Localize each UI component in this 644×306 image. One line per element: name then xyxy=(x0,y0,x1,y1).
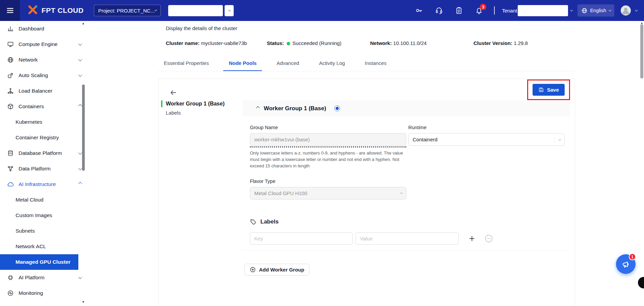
sidebar-item-load-balancer[interactable]: Load Balancer xyxy=(0,83,86,99)
chevron-down-icon xyxy=(78,275,82,279)
globe-icon xyxy=(7,56,14,64)
api-key-button[interactable] xyxy=(415,6,423,15)
add-worker-group-button[interactable]: Add Worker Group xyxy=(244,264,309,276)
hamburger-menu-icon[interactable] xyxy=(0,0,20,21)
group-name-label: Group Name xyxy=(250,125,406,130)
cluster-network: Network: 10.100.11.0/24 xyxy=(370,40,473,46)
worker-group-radio[interactable] xyxy=(334,105,340,111)
sidebar-item-dashboard[interactable]: Dashboard xyxy=(0,21,86,37)
main-scrollbar[interactable] xyxy=(640,24,643,78)
fab-badge: 1 xyxy=(629,253,636,260)
logo-text: FPT CLOUD xyxy=(42,6,84,15)
main-content: Display the details of the cluster Clust… xyxy=(86,21,644,306)
database-icon xyxy=(7,149,14,157)
worker-group-nav-item[interactable]: Worker Group 1 (Base) xyxy=(161,100,242,107)
chevron-down-icon[interactable] xyxy=(570,8,573,11)
tab-node-pools[interactable]: Node Pools xyxy=(223,56,262,71)
support-button[interactable] xyxy=(435,6,443,15)
data-nodes-icon xyxy=(7,165,14,172)
announcements-fab[interactable]: 1 xyxy=(616,254,636,274)
clipboard-button[interactable] xyxy=(455,6,463,15)
disabled-dotted-underline xyxy=(250,146,406,147)
sidebar-item-custom-images[interactable]: Custom Images xyxy=(0,208,86,223)
plus-icon xyxy=(468,235,475,242)
navbar-search-input[interactable] xyxy=(168,5,223,16)
tenant-input[interactable] xyxy=(518,5,568,16)
sidebar-item-managed-gpu-cluster[interactable]: Managed GPU Cluster xyxy=(0,254,78,270)
sidebar-scrollbar-down-icon[interactable]: ▼ xyxy=(82,300,85,304)
tag-icon xyxy=(250,218,257,225)
chevron-down-icon xyxy=(155,9,157,11)
sidebar-item-ai-infrastructure[interactable]: AI Infrastructure xyxy=(0,176,86,192)
project-select[interactable]: Project: PROJECT_NC... xyxy=(94,5,161,16)
tenant-label: Tenant xyxy=(502,8,517,14)
tab-instances[interactable]: Instances xyxy=(359,56,392,71)
chevron-up-icon xyxy=(78,182,82,186)
sidebar-scrollbar-up-icon[interactable]: ▲ xyxy=(82,22,85,25)
worker-group-title: Worker Group 1 (Base) xyxy=(264,105,326,112)
cluster-version: Cluster Version: 1.29.8 xyxy=(473,40,575,46)
remove-label-button[interactable] xyxy=(484,234,493,243)
worker-group-panel-header[interactable]: Worker Group 1 (Base) xyxy=(242,100,570,116)
chevron-up-icon xyxy=(78,104,82,108)
cluster-status: Status:Succeeded (Running) xyxy=(267,40,370,46)
sidebar-item-ai-platform[interactable]: AI Platform xyxy=(0,270,86,285)
sidebar-item-network-acl[interactable]: Network ACL xyxy=(0,239,86,254)
collapse-chevron-icon[interactable] xyxy=(256,106,260,110)
minus-circle-icon xyxy=(484,234,493,243)
labels-section-header: Labels xyxy=(250,218,565,225)
navbar-search-dropdown-button[interactable] xyxy=(225,5,234,16)
group-name-input xyxy=(250,133,406,146)
key-icon xyxy=(415,6,423,15)
runtime-field: Runtime Containerd xyxy=(408,125,565,169)
sidebar-nav: Dashboard Compute Engine Network Auto Sc… xyxy=(0,21,86,306)
back-button[interactable] xyxy=(168,88,178,98)
flavor-type-label: Flavor Type xyxy=(250,179,406,184)
tab-essential-properties[interactable]: Essential Properties xyxy=(158,56,214,71)
save-button-highlight: Save xyxy=(527,79,570,100)
status-green-dot xyxy=(287,42,290,45)
sidebar-item-data-platform[interactable]: Data Platform xyxy=(0,161,86,176)
tab-advanced[interactable]: Advanced xyxy=(271,56,305,71)
navbar-right-group: 3 Tenant English xyxy=(404,4,637,17)
sidebar-item-subnets[interactable]: Subnets xyxy=(0,223,86,239)
worker-group-nav: Worker Group 1 (Base) Labels xyxy=(159,100,242,276)
user-avatar[interactable] xyxy=(621,5,631,16)
sidebar-item-kubernetes[interactable]: Kubernetes xyxy=(0,114,86,130)
group-name-help-text: Only lowercase letters a-z, numbers 0-9,… xyxy=(250,150,406,169)
app-window: FPT CLOUD Project: PROJECT_NC... xyxy=(0,0,644,306)
sidebar-item-compute-engine[interactable]: Compute Engine xyxy=(0,37,86,52)
sidebar-scrollbar[interactable] xyxy=(82,85,85,171)
headset-icon xyxy=(435,6,443,15)
add-label-button[interactable] xyxy=(467,234,476,243)
sidebar-item-auto-scaling[interactable]: Auto Scaling xyxy=(0,68,86,83)
sidebar-item-network[interactable]: Network xyxy=(0,52,86,68)
panel-divider xyxy=(242,250,570,251)
load-balancer-icon xyxy=(7,87,14,95)
tab-activity-log[interactable]: Activity Log xyxy=(314,56,351,71)
sidebar-item-metal-cloud[interactable]: Metal Cloud xyxy=(0,192,86,208)
notifications-button[interactable]: 3 xyxy=(474,6,483,15)
worker-group-nav-labels-link[interactable]: Labels xyxy=(166,110,242,116)
chevron-down-icon xyxy=(609,8,611,11)
label-key-value-row xyxy=(250,232,565,245)
cluster-name: Cluster name: mycluster-uab8e73b xyxy=(166,40,267,46)
language-label: English xyxy=(590,8,606,13)
sidebar-item-containers[interactable]: Containers xyxy=(0,99,86,114)
chevron-down-icon[interactable] xyxy=(635,8,638,11)
sidebar-item-container-registry[interactable]: Container Registry xyxy=(0,130,86,145)
megaphone-icon xyxy=(621,260,630,269)
flavor-type-field: Flavor Type Metal Cloud GPU H100 xyxy=(250,179,406,199)
dashboard-icon xyxy=(7,25,14,32)
notification-badge: 3 xyxy=(480,4,486,10)
arrow-left-icon xyxy=(170,89,177,96)
label-key-input[interactable] xyxy=(250,232,353,245)
sidebar-item-monitoring[interactable]: Monitoring xyxy=(0,285,86,301)
containers-icon xyxy=(7,103,14,110)
save-button[interactable]: Save xyxy=(533,84,565,96)
runtime-select[interactable]: Containerd xyxy=(408,133,565,146)
label-value-input[interactable] xyxy=(356,232,459,245)
language-select[interactable]: English xyxy=(577,4,614,17)
sidebar-item-database-platform[interactable]: Database Platform xyxy=(0,145,86,161)
worker-group-panel: Worker Group 1 (Base) Group Name Only lo… xyxy=(242,100,570,276)
